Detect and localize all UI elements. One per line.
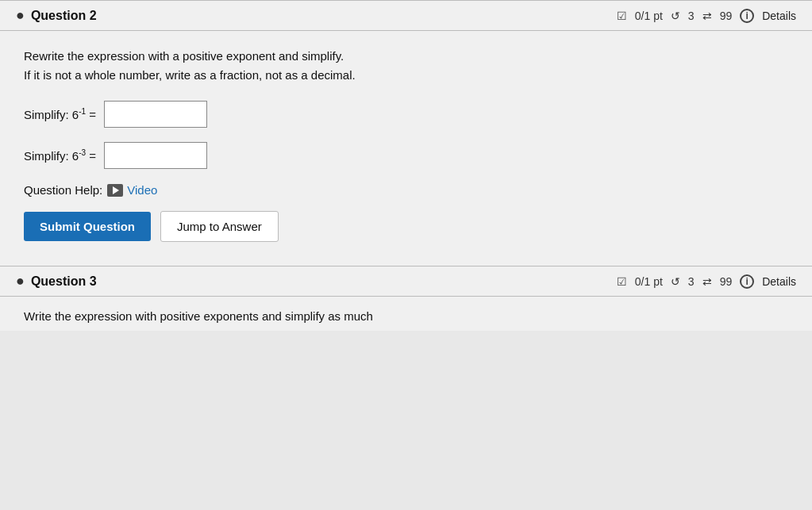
attempt-3-count: 99 xyxy=(720,275,733,288)
submit-question-button[interactable]: Submit Question xyxy=(24,212,151,241)
video-icon xyxy=(107,184,123,197)
simplify-2-exp: -3 xyxy=(79,148,86,157)
question-3-body: Write the expression with positive expon… xyxy=(0,297,812,331)
simplify-1-row: Simplify: 6-1 = xyxy=(24,101,788,128)
question-2-body: Rewrite the expression with a positive e… xyxy=(0,31,812,266)
score-label: 0/1 pt xyxy=(635,10,663,22)
question-3-block: ● Question 3 ☑ 0/1 pt ↺ 3 ⇄ 99 i Details… xyxy=(0,266,812,331)
retry-3-count: 3 xyxy=(688,275,695,288)
bullet-3-icon: ● xyxy=(16,273,25,290)
question-2-meta: ☑ 0/1 pt ↺ 3 ⇄ 99 i Details xyxy=(617,9,796,23)
check-icon: ☑ xyxy=(617,10,627,22)
simplify-2-label: Simplify: 6-3 = xyxy=(24,148,96,163)
simplify-1-input[interactable] xyxy=(104,101,207,128)
retry-icon: ↺ xyxy=(671,10,680,22)
info-3-icon[interactable]: i xyxy=(740,274,754,289)
refresh-icon: ⇄ xyxy=(702,10,712,22)
retry-3-icon: ↺ xyxy=(671,275,680,288)
action-buttons: Submit Question Jump to Answer xyxy=(24,211,788,242)
bullet-icon: ● xyxy=(16,7,25,24)
simplify-1-exp: -1 xyxy=(79,107,86,116)
question-2-header: ● Question 2 ☑ 0/1 pt ↺ 3 ⇄ 99 i Details xyxy=(0,1,812,31)
simplify-1-equals: = xyxy=(89,108,96,121)
simplify-2-text: Simplify: 6 xyxy=(24,149,79,163)
question-2-block: ● Question 2 ☑ 0/1 pt ↺ 3 ⇄ 99 i Details… xyxy=(0,0,812,266)
question-3-meta: ☑ 0/1 pt ↺ 3 ⇄ 99 i Details xyxy=(617,274,796,289)
jump-to-answer-button[interactable]: Jump to Answer xyxy=(160,211,279,242)
question-3-title: ● Question 3 xyxy=(16,273,97,290)
question-3-header: ● Question 3 ☑ 0/1 pt ↺ 3 ⇄ 99 i Details xyxy=(0,267,812,297)
page-container: ● Question 2 ☑ 0/1 pt ↺ 3 ⇄ 99 i Details… xyxy=(0,0,812,510)
attempt-count: 99 xyxy=(720,10,733,22)
simplify-1-label: Simplify: 6-1 = xyxy=(24,107,96,121)
details-link[interactable]: Details xyxy=(762,10,796,22)
video-link[interactable]: Video xyxy=(107,183,157,197)
help-label: Question Help: xyxy=(24,183,102,197)
question-3-text: Write the expression with positive expon… xyxy=(24,309,373,323)
question-help-row: Question Help: Video xyxy=(24,183,788,197)
question-2-text: Rewrite the expression with a positive e… xyxy=(24,47,788,85)
question-2-title: ● Question 2 xyxy=(16,7,97,24)
simplify-2-input[interactable] xyxy=(104,142,207,169)
retry-count: 3 xyxy=(688,10,695,22)
question-2-label: Question 2 xyxy=(31,9,97,23)
simplify-2-row: Simplify: 6-3 = xyxy=(24,142,788,169)
video-label: Video xyxy=(127,183,157,197)
simplify-2-equals: = xyxy=(89,149,96,163)
question-text-line2: If it is not a whole number, write as a … xyxy=(24,68,356,82)
info-icon[interactable]: i xyxy=(740,9,754,23)
question-3-label: Question 3 xyxy=(31,274,97,289)
score-3-label: 0/1 pt xyxy=(635,275,663,288)
check-3-icon: ☑ xyxy=(617,275,627,288)
simplify-1-text: Simplify: 6 xyxy=(24,108,79,121)
details-3-link[interactable]: Details xyxy=(762,275,796,288)
question-text-line1: Rewrite the expression with a positive e… xyxy=(24,49,344,63)
refresh-3-icon: ⇄ xyxy=(702,275,712,288)
